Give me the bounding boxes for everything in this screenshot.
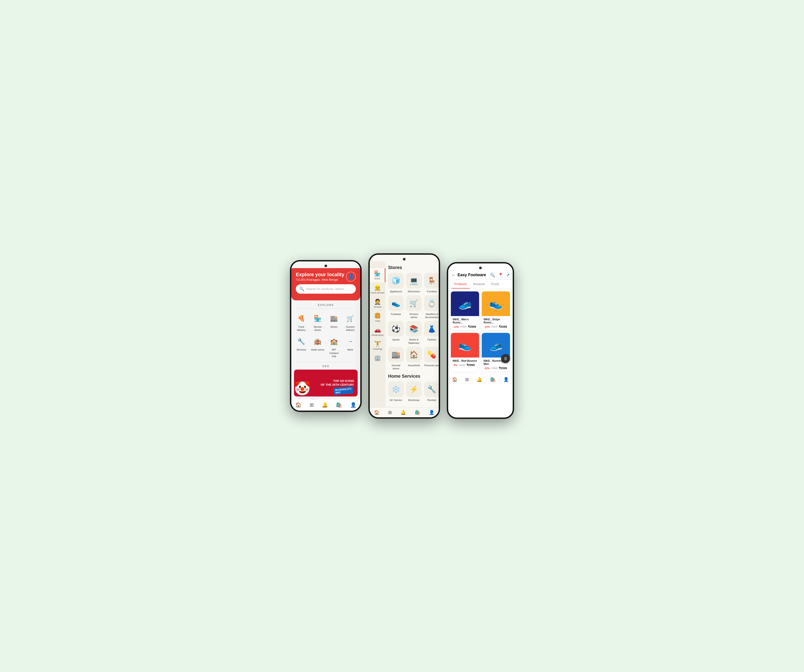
electrician-icon: ⚡ <box>406 382 422 397</box>
category-electronics[interactable]: 💻 Electronics <box>406 273 422 293</box>
product-price-row-2: ↓14% ₹3499 ₹2999 <box>484 325 508 328</box>
p2-nav-grid[interactable]: ⊞ <box>388 410 392 415</box>
more-label: More <box>348 348 353 351</box>
services-sidebar-label: Services <box>374 306 382 308</box>
p2-content: Stores 🧊 Appliances 💻 Electronics 🪑 <box>386 261 439 407</box>
category-footwear[interactable]: 👟 Footwear <box>388 295 404 319</box>
product-discount-4: ↓22% <box>484 367 490 370</box>
category-sports[interactable]: ⚽ Sports <box>388 321 404 344</box>
stores-sidebar-icon: 🏪 <box>374 270 381 277</box>
food-sidebar-icon: 🍔 <box>374 313 381 319</box>
explore-item-more[interactable]: → More <box>343 334 358 359</box>
tab-posts[interactable]: Posts <box>488 280 502 289</box>
product-card-3[interactable]: 👟 NIKE , Red Bounce ↓9% ₹3299 ₹2999 <box>451 333 479 372</box>
furniture-label: Furniture <box>427 290 437 293</box>
sidebar-item-extra[interactable]: 🏢 <box>370 352 386 364</box>
grocery-stores-icon: 🛒 <box>406 295 422 311</box>
category-general-stores[interactable]: 🏬 General stores <box>388 347 404 370</box>
category-household[interactable]: 🏠 Household <box>406 347 422 370</box>
sidebar-item-home-services[interactable]: 👷 Home Services <box>370 282 386 296</box>
p1-nav-home[interactable]: 🏠 <box>295 402 301 408</box>
phone-2: 🏪 Stores 👷 Home Services 🤵 Services 🍔 Fo… <box>368 253 440 418</box>
p1-nav-bag[interactable]: 🛍️ <box>336 402 342 408</box>
sidebar-item-food[interactable]: 🍔 Food <box>370 310 386 325</box>
category-furniture[interactable]: 🪑 Furniture <box>424 273 439 293</box>
p2-nav-person[interactable]: 👤 <box>429 410 435 415</box>
home-services-sidebar-label: Home Services <box>371 292 384 294</box>
fab-menu-button[interactable]: ☰ <box>501 354 510 363</box>
product-card-2[interactable]: 👟 NIKE , Stripe Runni... ↓14% ₹3499 ₹299… <box>482 292 510 330</box>
personal-care-icon: 💊 <box>424 347 439 362</box>
p2-nav-home[interactable]: 🏠 <box>374 410 379 415</box>
services-sidebar-icon: 🤵 <box>374 298 381 305</box>
explore-item-stores[interactable]: 🏬 Stores <box>326 312 342 334</box>
p3-header-icons: 🔍 📍 ↗ <box>490 272 510 277</box>
p1-subtitle: 721301-Kharagpur, West Bengal <box>296 278 344 281</box>
p1-nav-bell[interactable]: 🔔 <box>322 402 328 408</box>
user-avatar-icon[interactable]: 👤 <box>346 272 356 282</box>
explore-item-service-stores[interactable]: 🏪 Servicestores <box>310 312 325 334</box>
general-stores-label: General stores <box>388 364 404 370</box>
category-appliances[interactable]: 🧊 Appliances <box>388 273 404 293</box>
tab-products[interactable]: Products <box>451 280 470 289</box>
fashion-label: Fashion <box>427 338 436 341</box>
location-header-icon[interactable]: 📍 <box>498 272 503 277</box>
p3-nav-bag[interactable]: 🛍️ <box>490 377 496 382</box>
search-header-icon[interactable]: 🔍 <box>490 272 495 277</box>
plumber-icon: 🔧 <box>424 382 439 397</box>
product-card-4[interactable]: 👟 NIKE , Running Men ↓22% ₹4599 ₹3599 <box>482 333 510 372</box>
sidebar-item-services[interactable]: 🤵 Services <box>370 296 386 310</box>
explore-item-mit-campus[interactable]: 🏫 MIT Campus only <box>326 334 342 359</box>
category-ac-service[interactable]: ❄️ AC Service <box>388 382 404 402</box>
coachings-sidebar-label: Coachings <box>373 348 382 350</box>
home-services-section-title: Home Services <box>388 374 436 379</box>
stores-label: Stores <box>330 325 338 328</box>
p3-nav-grid[interactable]: ⊞ <box>465 377 469 382</box>
p1-header: Explore your locality 721301-Kharagpur, … <box>291 268 360 300</box>
category-fashion[interactable]: 👗 Fashion <box>424 321 439 344</box>
product-price-3: ₹2999 <box>467 363 475 367</box>
furniture-icon: 🪑 <box>424 273 439 289</box>
sidebar-item-stores[interactable]: 🏪 Stores <box>370 268 386 282</box>
sidebar-item-coachings[interactable]: 🏋️ Coachings <box>370 338 386 352</box>
explore-item-hotel-rooms[interactable]: 🏨 Hotel rooms <box>310 334 325 359</box>
tab-reviews[interactable]: Reviews <box>470 280 488 289</box>
explore-item-services[interactable]: 🔧 Services <box>294 334 309 359</box>
back-button[interactable]: ← <box>451 272 456 277</box>
p1-nav-person[interactable]: 👤 <box>350 402 356 408</box>
product-card-1[interactable]: 👟 NIKE , Men's Runni... ↓13% ₹4599 ₹3999 <box>451 292 479 330</box>
ac-service-icon: ❄️ <box>388 382 404 397</box>
personal-care-label: Personal care <box>424 364 439 367</box>
explore-item-food-delivery[interactable]: 🍕 Fooddelivery <box>294 312 309 334</box>
explore-item-grocery-delivery[interactable]: 🛒 Grocerydelivery <box>343 312 358 334</box>
food-delivery-label: Fooddelivery <box>297 325 306 332</box>
category-plumber[interactable]: 🔧 Plumber <box>424 382 439 402</box>
p1-nav-grid[interactable]: ⊞ <box>310 402 314 408</box>
category-jewellery[interactable]: 💍 Jewellery & Accessories <box>424 295 439 319</box>
service-stores-label: Servicestores <box>314 325 322 332</box>
product-info-2: NIKE , Stripe Runni... ↓14% ₹3499 ₹2999 <box>482 316 510 330</box>
p3-nav-person[interactable]: 👤 <box>503 377 509 382</box>
category-books[interactable]: 📚 Books & Stationary <box>406 321 422 344</box>
p1-bottom-nav: 🏠 ⊞ 🔔 🛍️ 👤 <box>291 399 360 411</box>
product-price-1: ₹3999 <box>468 325 476 328</box>
p2-nav-bag[interactable]: 🛍️ <box>415 410 420 415</box>
search-bar[interactable]: 🔍 Search for products, stores ... <box>296 284 356 294</box>
stores-icon: 🏬 <box>329 313 340 324</box>
sidebar-item-rental[interactable]: 🚗 Rental stores <box>370 325 386 339</box>
ad-banner[interactable]: 🤡 TOP AD ICONSOF THE 20TH CENTURY McDONA… <box>294 370 358 396</box>
product-price-row-1: ↓13% ₹4599 ₹3999 <box>453 325 477 328</box>
product-original-3: ₹3299 <box>459 364 465 366</box>
product-name-1: NIKE , Men's Runni... <box>453 318 477 324</box>
product-discount-1: ↓13% <box>453 325 459 328</box>
p3-nav-bell[interactable]: 🔔 <box>477 377 482 382</box>
product-info-3: NIKE , Red Bounce ↓9% ₹3299 ₹2999 <box>451 357 479 369</box>
share-header-icon[interactable]: ↗ <box>506 272 510 277</box>
p2-nav-bell[interactable]: 🔔 <box>400 410 406 415</box>
product-img-2: 👟 <box>482 292 510 316</box>
category-personal-care[interactable]: 💊 Personal care <box>424 347 439 370</box>
p3-nav-home[interactable]: 🏠 <box>452 377 458 382</box>
category-grocery-stores[interactable]: 🛒 Grocery stores <box>406 295 422 319</box>
product-price-row-4: ↓22% ₹4599 ₹3599 <box>484 367 508 370</box>
category-electrician[interactable]: ⚡ Electrician <box>406 382 422 402</box>
